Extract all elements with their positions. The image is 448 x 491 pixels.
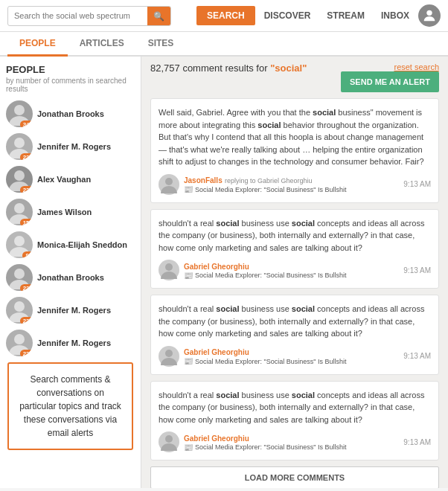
comment-text: shouldn't a real social business use soc… [159, 303, 431, 340]
comment-meta: Gabriel Gheorghiu 📰 Social Media Explore… [159, 260, 431, 280]
comment-text: shouldn't a real social business use soc… [159, 217, 431, 254]
person-avatar: 236 [6, 330, 33, 356]
comment-card: shouldn't a real social business use soc… [150, 381, 439, 461]
person-name: Jennifer M. Rogers [37, 338, 135, 348]
comment-count-badge: 156 [20, 219, 33, 225]
tab-people[interactable]: PEOPLE [7, 32, 68, 57]
comment-source: 📰 Social Media Explorer: "Social Busines… [184, 185, 399, 193]
comment-count-badge: 236 [20, 317, 33, 324]
main-layout: PEOPLE by number of comments in searched… [0, 57, 448, 488]
nav-inbox[interactable]: INBOX [374, 6, 417, 25]
person-avatar: 222 [6, 166, 33, 193]
comment-avatar [159, 260, 179, 280]
comments-list: Well said, Gabriel. Agree with you that … [150, 98, 439, 460]
person-item[interactable]: 222 Alex Vaughan [6, 166, 135, 193]
reset-search-link[interactable]: reset search [341, 62, 439, 71]
tab-sites[interactable]: SITES [136, 32, 186, 57]
comment-author[interactable]: JasonFalls [184, 176, 223, 184]
person-item[interactable]: 236 Jonathan Brooks [6, 264, 135, 291]
svg-point-5 [14, 236, 25, 246]
svg-point-12 [165, 435, 173, 443]
tabs: PEOPLE ARTICLES SITES [0, 32, 448, 57]
svg-point-3 [14, 170, 25, 181]
nav-search-button[interactable]: SEARCH [196, 6, 255, 25]
comment-count-badge: 236 [20, 284, 33, 291]
person-name: Jonathan Brooks [37, 272, 135, 283]
comment-card: shouldn't a real social business use soc… [150, 295, 439, 375]
svg-point-2 [14, 138, 25, 148]
person-item[interactable]: 236 Jennifer M. Rogers [6, 297, 135, 324]
comment-card: Well said, Gabriel. Agree with you that … [150, 98, 439, 203]
comment-time: 9:13 AM [403, 180, 431, 188]
alert-button[interactable]: SEND ME AN ALERT [341, 71, 439, 92]
user-avatar[interactable] [418, 4, 441, 27]
comment-time: 9:13 AM [403, 438, 431, 446]
count-label: comment results for [182, 62, 270, 74]
comment-time: 9:13 AM [403, 352, 431, 360]
sidebar-title: PEOPLE [6, 64, 135, 75]
comment-reply: replying to Gabriel Gheorghiu [225, 177, 313, 184]
comment-source: 📰 Social Media Explorer: "Social Busines… [184, 357, 399, 365]
sidebar: PEOPLE by number of comments in searched… [0, 57, 141, 488]
header: 🔍 SEARCH DISCOVER STREAM INBOX [0, 0, 448, 32]
svg-point-1 [14, 105, 25, 115]
person-name: Jennifer M. Rogers [37, 305, 135, 315]
person-item[interactable]: 236 Jennifer M. Rogers [6, 330, 135, 356]
source-text: Social Media Explorer: "Social Business"… [195, 186, 346, 193]
query-keyword: "social" [270, 62, 307, 74]
comment-count-badge: 236 [20, 153, 33, 160]
comment-time: 9:13 AM [403, 266, 431, 275]
svg-point-8 [14, 334, 25, 344]
comment-meta: Gabriel Gheorghiu 📰 Social Media Explore… [159, 431, 431, 452]
people-list: 345 Jonathan Brooks 236 Jennifer M. Roge… [6, 100, 135, 356]
comment-meta: Gabriel Gheorghiu 📰 Social Media Explore… [159, 346, 431, 367]
svg-point-9 [165, 178, 173, 185]
svg-point-11 [165, 350, 173, 357]
content-area: 82,757 comment results for "social" rese… [141, 57, 448, 488]
source-icon: 📰 [184, 357, 193, 365]
search-submit-button[interactable]: 🔍 [147, 7, 170, 25]
comment-avatar [159, 174, 179, 195]
search-icon: 🔍 [153, 11, 164, 22]
comment-source: 📰 Social Media Explorer: "Social Busines… [184, 443, 399, 452]
person-name: Jonathan Brooks [37, 109, 135, 119]
svg-point-0 [426, 10, 432, 16]
person-avatar: 345 [6, 100, 33, 127]
svg-point-10 [165, 263, 173, 271]
person-avatar: 98 [6, 231, 33, 258]
person-name: Alex Vaughan [37, 174, 135, 184]
svg-point-4 [14, 203, 25, 214]
tab-articles[interactable]: ARTICLES [68, 32, 136, 57]
person-name: Monica-Elijah Sneddon [37, 240, 135, 250]
person-avatar: 236 [6, 133, 33, 160]
nav-items: SEARCH DISCOVER STREAM INBOX [196, 4, 441, 27]
comment-author[interactable]: Gabriel Gheorghiu [184, 348, 249, 356]
person-name: Jennifer M. Rogers [37, 141, 135, 152]
svg-point-6 [14, 269, 25, 279]
person-item[interactable]: 236 Jennifer M. Rogers [6, 133, 135, 160]
source-text: Social Media Explorer: "Social Business"… [195, 443, 346, 451]
person-item[interactable]: 156 James Wilson [6, 199, 135, 225]
sidebar-subtitle: by number of comments in searched result… [6, 77, 135, 93]
person-item[interactable]: 345 Jonathan Brooks [6, 100, 135, 127]
person-item[interactable]: 98 Monica-Elijah Sneddon [6, 231, 135, 258]
comment-author[interactable]: Gabriel Gheorghiu [184, 263, 249, 271]
svg-point-7 [14, 301, 25, 312]
load-more-button[interactable]: LOAD MORE COMMENTS [150, 466, 439, 488]
nav-discover[interactable]: DISCOVER [257, 6, 319, 25]
comment-avatar [159, 431, 179, 452]
tooltip-box: Search comments & conversations on parti… [7, 362, 133, 450]
search-input[interactable] [8, 7, 147, 24]
source-text: Social Media Explorer: "Social Business"… [195, 358, 346, 365]
comment-count-badge: 345 [20, 121, 33, 127]
person-avatar: 156 [6, 199, 33, 225]
source-icon: 📰 [184, 272, 193, 280]
source-icon: 📰 [184, 185, 193, 193]
count-number: 82,757 [150, 62, 180, 74]
comment-author[interactable]: Gabriel Gheorghiu [184, 434, 249, 443]
person-avatar: 236 [6, 297, 33, 324]
comment-count-badge: 98 [22, 251, 33, 258]
content-header: 82,757 comment results for "social" rese… [150, 62, 439, 92]
nav-stream[interactable]: STREAM [319, 6, 372, 25]
comment-text: shouldn't a real social business use soc… [159, 389, 431, 426]
